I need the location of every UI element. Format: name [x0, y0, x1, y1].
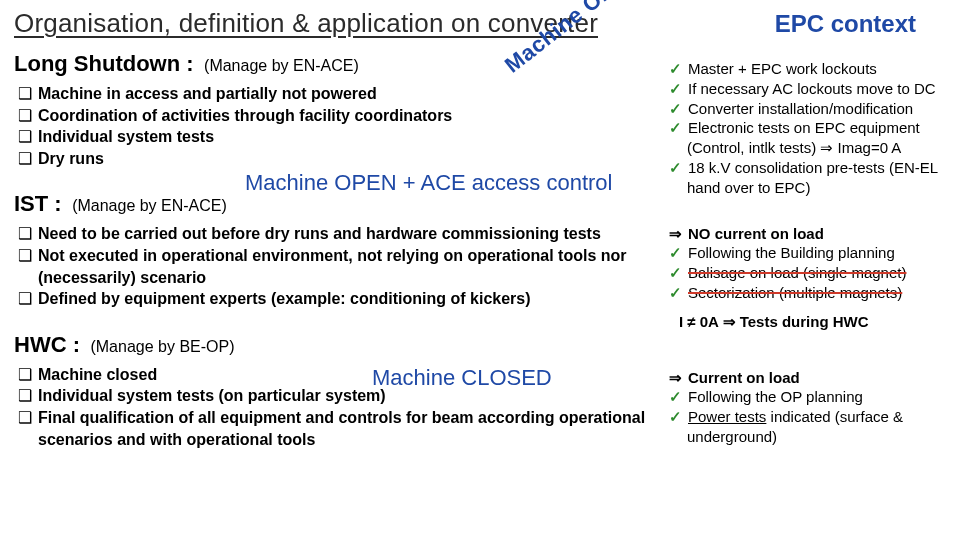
hwc-heading: HWC :: [14, 332, 80, 357]
left-column: Long Shutdown : (Manage by EN-ACE) Machi…: [14, 51, 669, 464]
epc-bot-imply: Current on load: [669, 368, 945, 388]
list-item: Coordination of activities through facil…: [18, 105, 659, 127]
list-item: If necessary AC lockouts move to DC: [669, 79, 945, 99]
hwc-list: Machine closed Individual system tests (…: [18, 364, 659, 450]
list-item: Following the OP planning: [669, 387, 945, 407]
list-item: Following the Building planning: [669, 243, 945, 263]
slide-title: Organisation, definition & application o…: [14, 8, 598, 39]
epc-mid-note: I ≠ 0A ⇒ Tests during HWC: [679, 312, 945, 332]
hwc-section: HWC : (Manage by BE-OP) Machine closed I…: [14, 332, 659, 450]
list-item: Balisage on load (single magnet): [669, 263, 945, 283]
list-item: Converter installation/modification: [669, 99, 945, 119]
list-item: Master + EPC work lockouts: [669, 59, 945, 79]
double-arrow-icon: ⇒: [723, 313, 736, 330]
list-item: Power tests indicated (surface & undergr…: [669, 407, 945, 447]
note-suffix: Tests during HWC: [736, 313, 869, 330]
list-item: Not executed in operational environment,…: [18, 245, 659, 288]
note-prefix: I ≠ 0A: [679, 313, 723, 330]
strike-text: Balisage on load (single magnet): [688, 264, 906, 281]
hwc-banner: Machine CLOSED: [372, 365, 552, 391]
list-item: Electronic tests on EPC equipment (Contr…: [669, 118, 945, 158]
epc-top-list: Master + EPC work lockouts If necessary …: [669, 59, 945, 198]
list-item: Defined by equipment experts (example: c…: [18, 288, 659, 310]
list-item: Individual system tests (on particular s…: [18, 385, 659, 407]
strike-text: Sectorization (multiple magnets): [688, 284, 902, 301]
ist-section: IST : (Manage by EN-ACE) Need to be carr…: [14, 191, 659, 309]
hwc-manager: (Manage by BE-OP): [90, 338, 234, 355]
epc-bot-block: Current on load Following the OP plannin…: [669, 368, 945, 447]
ist-list: Need to be carried out before dry runs a…: [18, 223, 659, 309]
epc-mid-list: Following the Building planning Balisage…: [669, 243, 945, 302]
right-column: Master + EPC work lockouts If necessary …: [669, 51, 945, 464]
epc-mid-block: NO current on load Following the Buildin…: [669, 224, 945, 332]
long-shutdown-section: Long Shutdown : (Manage by EN-ACE) Machi…: [14, 51, 659, 169]
long-shutdown-heading: Long Shutdown :: [14, 51, 194, 76]
epc-mid-imply: NO current on load: [669, 224, 945, 244]
ist-manager: (Manage by EN-ACE): [72, 197, 227, 214]
list-item: Individual system tests: [18, 126, 659, 148]
list-item: Machine closed: [18, 364, 659, 386]
list-item: Need to be carried out before dry runs a…: [18, 223, 659, 245]
slide-root: Organisation, definition & application o…: [0, 0, 960, 540]
list-item: 18 k.V consolidation pre-tests (EN-EL ha…: [669, 158, 945, 198]
epc-context-title: EPC context: [775, 10, 916, 38]
underline-text: Power tests: [688, 408, 766, 425]
epc-bot-list: Following the OP planning Power tests in…: [669, 387, 945, 446]
long-shutdown-list: Machine in access and partially not powe…: [18, 83, 659, 169]
body: Long Shutdown : (Manage by EN-ACE) Machi…: [14, 51, 946, 464]
ist-banner: Machine OPEN + ACE access control: [245, 170, 612, 196]
list-item: Dry runs: [18, 148, 659, 170]
list-item: Machine in access and partially not powe…: [18, 83, 659, 105]
list-item: Final qualification of all equipment and…: [18, 407, 659, 450]
long-shutdown-manager: (Manage by EN-ACE): [204, 57, 359, 74]
list-item: Sectorization (multiple magnets): [669, 283, 945, 303]
ist-heading: IST :: [14, 191, 62, 216]
title-bar: Organisation, definition & application o…: [14, 8, 946, 39]
